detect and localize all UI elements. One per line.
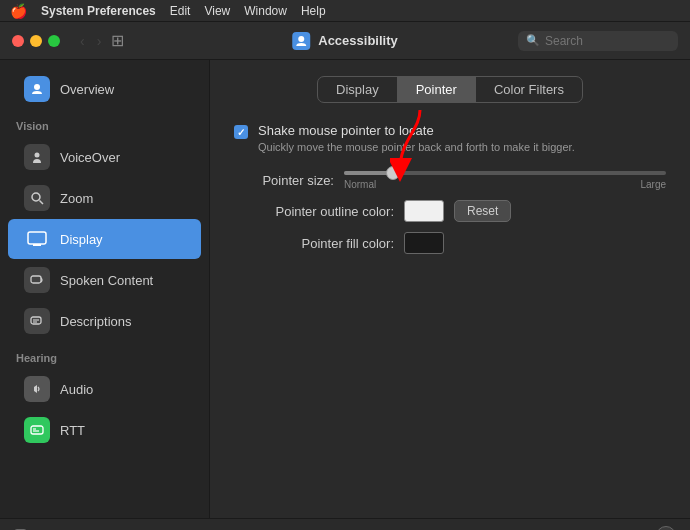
sidebar: Overview Vision VoiceOver Zoom Display [0,60,210,518]
search-input[interactable] [545,34,665,48]
search-icon: 🔍 [526,34,540,47]
slider-thumb[interactable] [386,166,400,180]
svg-point-0 [298,36,304,42]
tab-color-filters[interactable]: Color Filters [476,77,582,102]
help-button[interactable]: ? [656,526,676,531]
audio-icon [24,376,50,402]
overview-label: Overview [60,82,114,97]
slider-large-label: Large [640,179,666,190]
audio-label: Audio [60,382,93,397]
apple-menu[interactable]: 🍎 [10,3,27,19]
slider-normal-label: Normal [344,179,376,190]
pointer-fill-label: Pointer fill color: [234,236,394,251]
shake-mouse-checkbox[interactable]: ✓ [234,125,248,139]
sidebar-item-zoom[interactable]: Zoom [8,178,201,218]
shake-mouse-row: ✓ Shake mouse pointer to locate Quickly … [234,123,666,155]
traffic-lights [12,35,60,47]
voiceover-label: VoiceOver [60,150,120,165]
svg-rect-11 [31,426,43,434]
rtt-label: RTT [60,423,85,438]
pointer-fill-swatch[interactable] [404,232,444,254]
search-bar[interactable]: 🔍 [518,31,678,51]
main-area: Overview Vision VoiceOver Zoom Display [0,60,690,518]
svg-rect-5 [28,232,46,244]
pointer-size-label: Pointer size: [234,173,334,188]
pointer-size-slider-container: Normal Large [344,171,666,190]
sidebar-item-rtt[interactable]: RTT [8,410,201,450]
pointer-outline-row: Pointer outline color: Reset [234,200,666,222]
bottombar: Show Accessibility status in menu bar ? [0,518,690,530]
sidebar-item-overview[interactable]: Overview [8,69,201,109]
sidebar-item-display[interactable]: Display [8,219,201,259]
menu-help[interactable]: Help [301,4,326,18]
pointer-size-row: Pointer size: Normal Large [234,171,666,190]
minimize-button[interactable] [30,35,42,47]
sidebar-item-descriptions[interactable]: Descriptions [8,301,201,341]
voiceover-icon [24,144,50,170]
tab-pointer[interactable]: Pointer [398,77,476,102]
vision-section-label: Vision [0,110,209,136]
display-label: Display [60,232,103,247]
shake-mouse-main-label: Shake mouse pointer to locate [258,123,575,138]
sidebar-item-voiceover[interactable]: VoiceOver [8,137,201,177]
svg-point-2 [35,153,40,158]
content-area: Display Pointer Color Filters ✓ Shake mo… [210,60,690,518]
shake-mouse-sub-label: Quickly move the mouse pointer back and … [258,140,575,155]
sidebar-item-audio[interactable]: Audio [8,369,201,409]
menu-view[interactable]: View [204,4,230,18]
menu-edit[interactable]: Edit [170,4,191,18]
rtt-icon [24,417,50,443]
spoken-content-label: Spoken Content [60,273,153,288]
descriptions-icon [24,308,50,334]
overview-icon [24,76,50,102]
pointer-outline-swatch[interactable] [404,200,444,222]
zoom-icon [24,185,50,211]
back-button[interactable]: ‹ [76,31,89,51]
window-title: Accessibility [292,32,398,50]
app-icon [292,32,310,50]
spoken-content-icon [24,267,50,293]
tab-display[interactable]: Display [318,77,398,102]
menu-window[interactable]: Window [244,4,287,18]
close-button[interactable] [12,35,24,47]
slider-track [344,171,666,175]
reset-button[interactable]: Reset [454,200,511,222]
menu-system-preferences[interactable]: System Preferences [41,4,156,18]
zoom-label: Zoom [60,191,93,206]
checkmark-icon: ✓ [237,127,245,138]
svg-rect-7 [31,276,41,283]
pointer-fill-row: Pointer fill color: [234,232,666,254]
svg-line-4 [40,201,44,205]
svg-rect-6 [33,244,41,246]
shake-mouse-label-group: Shake mouse pointer to locate Quickly mo… [258,123,575,155]
descriptions-label: Descriptions [60,314,132,329]
window-title-text: Accessibility [318,33,398,48]
display-icon [24,226,50,252]
titlebar: ‹ › ⊞ Accessibility 🔍 [0,22,690,60]
svg-point-3 [32,193,40,201]
svg-point-1 [34,84,40,90]
tab-bar: Display Pointer Color Filters [317,76,583,103]
slider-labels: Normal Large [344,179,666,190]
grid-button[interactable]: ⊞ [111,31,124,50]
hearing-section-label: Hearing [0,342,209,368]
sidebar-item-spoken-content[interactable]: Spoken Content [8,260,201,300]
maximize-button[interactable] [48,35,60,47]
forward-button[interactable]: › [93,31,106,51]
pointer-outline-label: Pointer outline color: [234,204,394,219]
